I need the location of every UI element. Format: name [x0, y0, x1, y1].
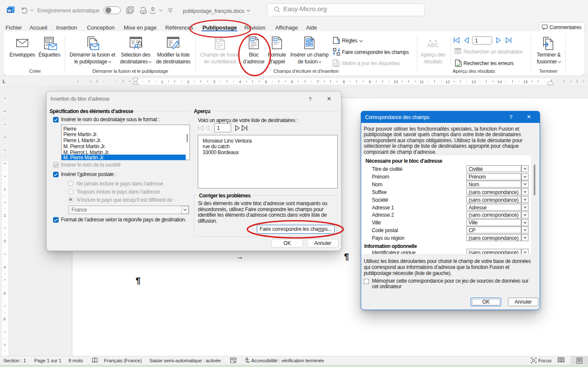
svg-text:W: W: [8, 9, 12, 13]
svg-text:?: ?: [337, 39, 340, 44]
